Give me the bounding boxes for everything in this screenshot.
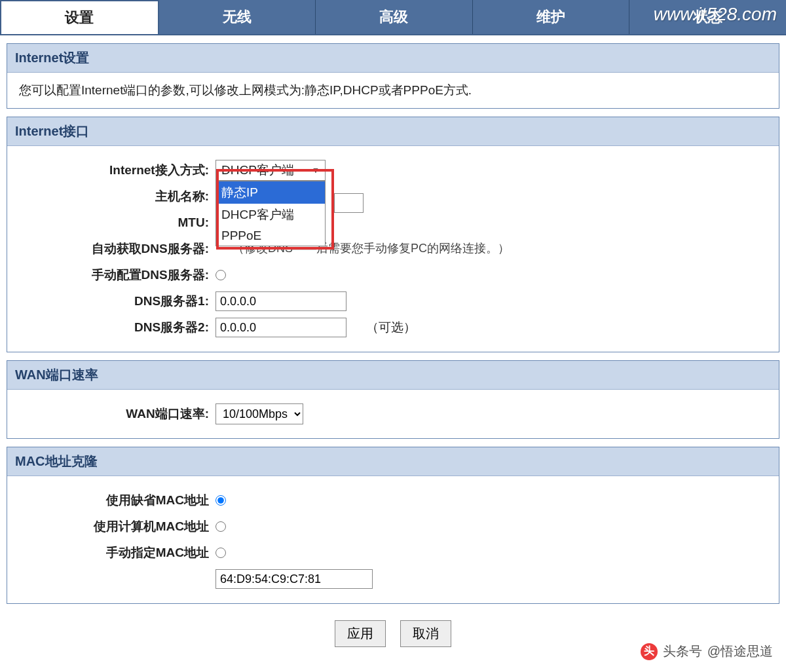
dropdown-option-static-ip[interactable]: 静态IP [216, 181, 325, 204]
label-auto-dns: 自动获取DNS服务器: [19, 240, 215, 257]
panel-header-mac-clone: MAC地址克隆 [7, 447, 779, 476]
label-wan-speed: WAN端口速率: [19, 405, 215, 422]
input-dns2[interactable] [215, 318, 346, 337]
panel-internet-settings: Internet设置 您可以配置Internet端口的参数,可以修改上网模式为:… [7, 43, 779, 109]
access-mode-selected-value: DHCP客户端 [221, 162, 294, 179]
apply-button[interactable]: 应用 [335, 620, 386, 647]
label-manual-dns: 手动配置DNS服务器: [19, 267, 215, 284]
access-mode-dropdown-list: 静态IP DHCP客户端 PPPoE [215, 181, 326, 246]
watermark-author: 头 头条号 @悟途思道 [641, 643, 773, 660]
panel-mac-clone: MAC地址克隆 使用缺省MAC地址 使用计算机MAC地址 手动指定MAC地址 [7, 447, 779, 604]
label-hostname: 主机名称: [19, 188, 215, 205]
dropdown-option-dhcp[interactable]: DHCP客户端 [216, 204, 325, 226]
label-mtu: MTU: [19, 215, 215, 230]
author-name: @悟途思道 [707, 643, 773, 660]
label-default-mac: 使用缺省MAC地址 [19, 492, 215, 509]
radio-pc-mac[interactable] [215, 521, 226, 532]
cancel-button[interactable]: 取消 [400, 620, 451, 647]
tab-status[interactable]: 状态 [629, 0, 786, 34]
chevron-down-icon: ▼ [312, 166, 320, 175]
label-dns2: DNS服务器2: [19, 319, 215, 336]
input-hostname[interactable] [334, 193, 364, 213]
select-wan-speed[interactable]: 10/100Mbps [215, 403, 303, 424]
label-dns1: DNS服务器1: [19, 293, 215, 310]
top-tabs: 设置 无线 高级 维护 状态 [0, 0, 786, 35]
panel-header-wan-speed: WAN端口速率 [7, 361, 779, 390]
input-mac-address[interactable] [215, 569, 373, 589]
panel-header-internet-settings: Internet设置 [7, 44, 779, 73]
access-mode-dropdown[interactable]: DHCP客户端 ▼ 静态IP DHCP客户端 PPPoE [215, 160, 326, 181]
panel-internet-interface: Internet接口 Internet接入方式: DHCP客户端 ▼ 静态IP … [7, 117, 779, 352]
panel-wan-speed: WAN端口速率 WAN端口速率: 10/100Mbps [7, 360, 779, 439]
radio-manual-dns[interactable] [215, 270, 226, 280]
optional-text: （可选） [366, 319, 416, 336]
author-prefix: 头条号 [663, 643, 702, 660]
label-access-mode: Internet接入方式: [19, 162, 215, 179]
tab-advanced[interactable]: 高级 [316, 0, 473, 34]
input-dns1[interactable] [215, 291, 346, 311]
radio-default-mac[interactable] [215, 495, 226, 506]
tab-settings[interactable]: 设置 [0, 0, 159, 34]
tab-maintenance[interactable]: 维护 [473, 0, 630, 34]
panel-header-internet-interface: Internet接口 [7, 117, 779, 146]
label-manual-mac: 手动指定MAC地址 [19, 544, 215, 561]
dropdown-option-pppoe[interactable]: PPPoE [216, 226, 325, 246]
radio-manual-mac[interactable] [215, 548, 226, 558]
label-pc-mac: 使用计算机MAC地址 [19, 518, 215, 535]
internet-settings-desc: 您可以配置Internet端口的参数,可以修改上网模式为:静态IP,DHCP或者… [19, 83, 472, 97]
author-avatar-icon: 头 [641, 643, 658, 660]
tab-wireless[interactable]: 无线 [159, 0, 316, 34]
